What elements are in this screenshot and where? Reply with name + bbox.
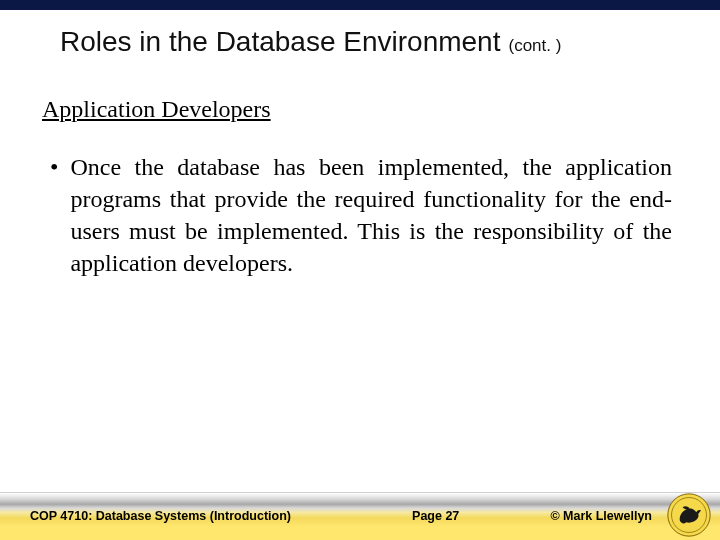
- bullet-text: Once the database has been implemented, …: [70, 151, 672, 280]
- pegasus-seal-icon: [666, 492, 712, 538]
- section-subheading: Application Developers: [0, 66, 720, 123]
- top-accent-bar: [0, 0, 720, 10]
- footer-page: Page 27: [291, 509, 550, 523]
- footer-content: COP 4710: Database Systems (Introduction…: [0, 492, 720, 540]
- slide-title: Roles in the Database Environment: [60, 26, 500, 57]
- bullet-icon: •: [48, 151, 70, 280]
- footer-copyright: © Mark Llewellyn: [550, 509, 660, 523]
- list-item: • Once the database has been implemented…: [48, 151, 672, 280]
- slide-title-cont: (cont. ): [508, 36, 561, 55]
- title-area: Roles in the Database Environment (cont.…: [0, 10, 720, 66]
- footer-course: COP 4710: Database Systems (Introduction…: [30, 509, 291, 523]
- body-area: • Once the database has been implemented…: [0, 123, 720, 280]
- slide-footer: COP 4710: Database Systems (Introduction…: [0, 492, 720, 540]
